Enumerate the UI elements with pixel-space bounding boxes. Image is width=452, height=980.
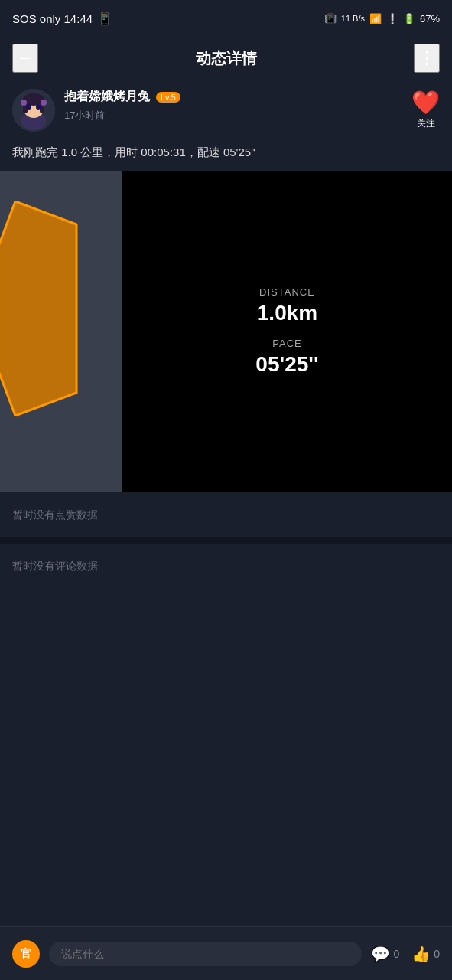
comment-input[interactable]	[49, 942, 362, 966]
comment-icon: 💬	[371, 945, 390, 963]
svg-marker-10	[0, 201, 76, 416]
distance-value: 1.0km	[257, 301, 317, 325]
post-content: 我刚跑完 1.0 公里，用时 00:05:31，配速 05'25"	[0, 141, 452, 171]
svg-point-6	[27, 104, 31, 110]
distance-group: DISTANCE 1.0km	[257, 286, 317, 325]
image-left	[0, 171, 122, 492]
back-button[interactable]: ←	[12, 44, 38, 73]
comment-action-button[interactable]: 💬 0	[371, 945, 399, 963]
status-left: SOS only 14:44 📱	[12, 11, 112, 26]
svg-point-9	[41, 100, 47, 106]
top-nav: ← 动态详情 ⋮	[0, 37, 452, 80]
like-count: 0	[434, 948, 440, 960]
comments-empty-text: 暂时没有评论数据	[12, 560, 98, 572]
activity-image: DISTANCE 1.0km PACE 05'25''	[0, 171, 452, 492]
thumbs-up-icon: 👍	[411, 945, 431, 963]
user-info: 抱着嫦娥烤月兔 Lv.5 17小时前 ❤️ 关注	[0, 80, 452, 141]
alert-icon: ❕	[386, 13, 398, 24]
wifi-icon: 📶	[369, 13, 382, 24]
status-bar: SOS only 14:44 📱 📳 11 B/s 📶 ❕ 🔋 67%	[0, 0, 452, 37]
post-time: 17小时前	[64, 109, 105, 121]
follow-button[interactable]: ❤️ 关注	[411, 89, 440, 130]
user-details: 抱着嫦娥烤月兔 Lv.5 17小时前	[64, 89, 440, 122]
section-divider	[0, 537, 452, 544]
orange-shape	[0, 201, 84, 416]
page-title: 动态详情	[196, 48, 257, 69]
bottom-spacer	[0, 697, 452, 750]
comments-section: 暂时没有评论数据	[0, 544, 452, 697]
network-speed: 11 B/s	[341, 14, 365, 23]
likes-empty-text: 暂时没有点赞数据	[12, 508, 98, 521]
image-right: DISTANCE 1.0km PACE 05'25''	[122, 171, 452, 492]
svg-point-7	[36, 104, 41, 110]
likes-section: 暂时没有点赞数据	[0, 492, 452, 537]
battery-icon: 🔋	[403, 13, 415, 24]
post-text: 我刚跑完 1.0 公里，用时 00:05:31，配速 05'25"	[12, 145, 255, 158]
user-name: 抱着嫦娥烤月兔	[64, 89, 150, 105]
avatar	[12, 89, 55, 132]
user-name-row: 抱着嫦娥烤月兔 Lv.5	[64, 89, 440, 105]
pace-group: PACE 05'25''	[255, 338, 318, 377]
comment-count: 0	[393, 948, 399, 960]
status-text: SOS only 14:44	[12, 12, 93, 25]
battery-percent: 67%	[420, 13, 440, 24]
like-action-button[interactable]: 👍 0	[411, 945, 440, 963]
status-right: 📳 11 B/s 📶 ❕ 🔋 67%	[324, 13, 440, 24]
pace-value: 05'25''	[255, 352, 318, 377]
user-avatar-small: 官	[12, 940, 40, 968]
distance-label: DISTANCE	[257, 286, 317, 298]
bottom-bar: 官 💬 0 👍 0	[0, 926, 452, 980]
level-badge: Lv.5	[156, 92, 180, 103]
vibrate-icon: 📳	[324, 13, 337, 24]
more-button[interactable]: ⋮	[414, 44, 440, 73]
pace-label: PACE	[255, 338, 318, 349]
heart-icon: ❤️	[411, 89, 440, 116]
app-icon: 📱	[97, 11, 112, 26]
bottom-actions: 💬 0 👍 0	[371, 945, 440, 963]
svg-point-8	[21, 100, 27, 106]
follow-label: 关注	[417, 117, 435, 130]
